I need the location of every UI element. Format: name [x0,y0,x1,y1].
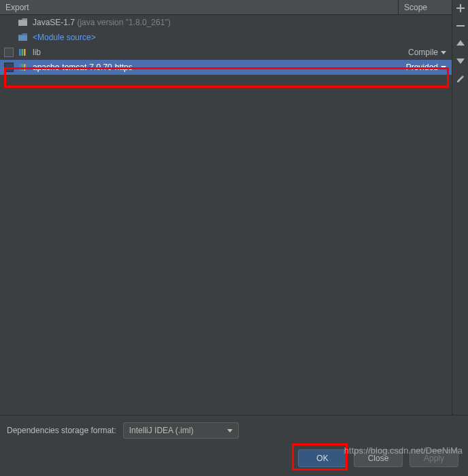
library-icon [18,47,29,58]
storage-format-row: Dependencies storage format: IntelliJ ID… [0,415,468,443]
tomcat-label: apache-tomcat-7.0.70-https [33,63,399,72]
svg-rect-2 [19,49,21,56]
scope-dropdown[interactable]: Compile [399,48,448,57]
library-icon [18,62,29,73]
dialog-button-bar: OK Close Apply [0,443,468,474]
remove-button[interactable] [454,19,467,33]
svg-rect-3 [22,49,24,56]
jdk-label: JavaSE-1.7 (java version "1.8.0_261") [33,18,448,27]
header-export[interactable]: Export [0,0,399,14]
svg-rect-5 [19,64,21,71]
svg-rect-1 [18,35,27,41]
module-source-label: <Module source> [33,33,448,42]
svg-rect-6 [22,64,24,71]
close-button[interactable]: Close [354,449,403,467]
header-scope[interactable]: Scope [399,0,452,14]
module-folder-icon [18,32,29,43]
svg-rect-4 [24,49,26,56]
svg-rect-8 [456,25,465,27]
export-checkbox[interactable] [4,63,14,72]
move-up-button[interactable] [454,37,467,50]
table-row[interactable]: <Module source> [0,30,452,45]
lib-label: lib [33,48,399,57]
storage-format-label: Dependencies storage format: [7,426,116,435]
dependencies-list[interactable]: JavaSE-1.7 (java version "1.8.0_261") <M… [0,15,452,415]
edit-button[interactable] [454,72,467,86]
dependencies-table-header: Export Scope [0,0,452,15]
chevron-down-icon [441,51,446,54]
chevron-down-icon [227,429,233,432]
jdk-folder-icon [18,17,29,28]
chevron-down-icon [441,66,446,69]
scope-dropdown[interactable]: Provided [399,63,448,72]
move-down-button[interactable] [454,54,467,68]
dependencies-toolbar [452,0,468,415]
apply-button[interactable]: Apply [410,449,458,467]
storage-format-combo[interactable]: IntelliJ IDEA (.iml) [123,422,239,439]
svg-rect-7 [24,64,26,71]
svg-rect-0 [18,20,27,26]
table-row[interactable]: apache-tomcat-7.0.70-https Provided [0,60,452,75]
export-checkbox[interactable] [4,48,14,57]
add-button[interactable] [454,1,467,15]
table-row[interactable]: lib Compile [0,45,452,60]
ok-button[interactable]: OK [298,449,347,467]
table-row[interactable]: JavaSE-1.7 (java version "1.8.0_261") [0,15,452,30]
